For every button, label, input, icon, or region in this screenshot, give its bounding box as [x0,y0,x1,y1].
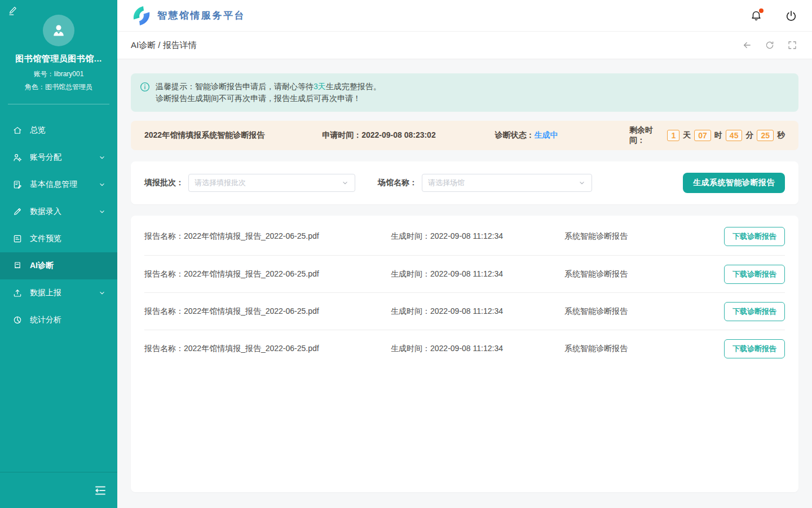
sidebar-item-data-entry[interactable]: 数据录入 [0,198,117,225]
report-time-label: 生成时间： [391,306,430,316]
sidebar-item-label: 文件预览 [30,234,61,244]
report-time: 生成时间：2022-09-08 11:12:34 [391,344,564,354]
chevron-down-icon [98,181,106,189]
content: 温馨提示：智能诊断报告申请后，请耐心等待3天生成完整报告。 诊断报告生成期间不可… [117,59,812,508]
unit-minute: 分 [745,130,753,141]
remaining-seconds: 25 [757,130,774,141]
sidebar-item-account-assignment[interactable]: 账号分配 [0,144,117,171]
breadcrumb-actions [742,40,797,50]
report-name: 报告名称：2022年馆情填报_报告_2022-06-25.pdf [144,344,391,354]
report-row: 报告名称：2022年馆情填报_报告_2022-06-25.pdf 生成时间：20… [144,330,785,367]
report-name-value: 2022年馆情填报_报告_2022-06-25.pdf [184,269,319,278]
report-name-label: 报告名称： [144,269,184,278]
report-time-value: 2022-09-08 11:12:34 [430,231,503,240]
remaining-hours: 07 [694,130,711,141]
batch-select[interactable]: 请选择填报批次 [188,174,355,192]
report-row: 报告名称：2022年馆情填报_报告_2022-06-25.pdf 生成时间：20… [144,218,785,255]
report-time-value: 2022-09-08 11:12:34 [430,344,503,353]
notice-banner: 温馨提示：智能诊断报告申请后，请耐心等待3天生成完整报告。 诊断报告生成期间不可… [131,73,798,112]
chevron-down-icon [98,208,106,216]
sidebar-item-label: 账号分配 [30,152,61,163]
brand: 智慧馆情服务平台 [131,6,245,26]
sidebar-item-label: 数据上报 [30,288,61,298]
sidebar-divider [8,104,109,104]
report-title: 2022年馆情填报系统智能诊断报告 [144,130,322,141]
chevron-down-icon [578,179,586,187]
sidebar-footer [0,472,117,508]
sidebar-item-ai-diagnosis[interactable]: AI诊断 [0,252,117,279]
remaining-days: 1 [667,130,679,141]
notice-line1-suffix: 生成完整报告。 [326,82,381,91]
report-time-label: 生成时间： [391,344,430,353]
pie-chart-icon [12,315,23,325]
breadcrumb: AI诊断 / 报告详情 [131,40,197,51]
download-report-button[interactable]: 下载诊断报告 [724,265,785,284]
report-type: 系统智能诊断报告 [564,269,724,279]
sidebar-item-overview[interactable]: 总览 [0,117,117,144]
batch-select-placeholder: 请选择填报批次 [195,178,246,188]
pencil-icon [12,207,23,217]
diagnosis-status-bar: 2022年馆情填报系统智能诊断报告 申请时间：2022-09-08 08:23:… [131,121,798,150]
sidebar-item-label: 数据录入 [30,207,61,217]
remaining-minutes: 45 [726,130,743,141]
fullscreen-icon[interactable] [787,40,797,50]
back-arrow-icon[interactable] [742,40,752,50]
sidebar-item-basic-info[interactable]: 基本信息管理 [0,171,117,198]
venue-label: 场馆名称： [378,178,417,188]
chevron-down-icon [98,289,106,297]
sidebar: 图书馆管理员图书馆... 账号：library001 角色：图书馆总管理员 总览… [0,0,117,508]
report-time-label: 生成时间： [391,231,430,240]
report-type: 系统智能诊断报告 [564,344,724,354]
filter-card: 填报批次： 请选择填报批次 场馆名称： 请选择场馆 生成系统智能诊断报告 [131,161,798,204]
power-icon[interactable] [785,10,797,22]
brand-logo-icon [131,6,152,26]
user-gear-icon [12,152,23,163]
download-report-button[interactable]: 下载诊断报告 [724,227,785,246]
venue-select[interactable]: 请选择场馆 [422,174,592,192]
sidebar-item-data-report[interactable]: 数据上报 [0,279,117,306]
collapse-sidebar-icon[interactable] [94,485,107,496]
sidebar-item-statistics[interactable]: 统计分析 [0,306,117,334]
chevron-down-icon [98,154,106,161]
generate-report-button[interactable]: 生成系统智能诊断报告 [683,173,785,193]
topbar-icons [750,10,797,22]
notification-badge [759,8,764,13]
file-icon [12,234,23,244]
user-account: 账号：library001 [0,69,117,79]
report-name-value: 2022年馆情填报_报告_2022-06-25.pdf [184,344,319,353]
report-type: 系统智能诊断报告 [564,231,724,242]
report-time-value: 2022-09-08 11:12:34 [430,306,503,316]
diagnosis-state-value: 生成中 [535,130,558,139]
info-circle-icon [140,82,150,104]
home-icon [12,125,23,135]
topbar: 智慧馆情服务平台 [117,0,812,32]
batch-label: 填报批次： [144,178,184,188]
venue-select-placeholder: 请选择场馆 [428,178,465,188]
edit-profile-icon[interactable] [8,6,18,16]
notice-line2: 诊断报告生成期间不可再次申请，报告生成后可再次申请！ [156,93,381,104]
report-time: 生成时间：2022-09-08 11:12:34 [391,269,564,279]
apply-time-label: 申请时间： [322,130,361,139]
report-list: 报告名称：2022年馆情填报_报告_2022-06-25.pdf 生成时间：20… [131,216,798,492]
diagnosis-state: 诊断状态：生成中 [495,130,630,141]
report-name-label: 报告名称： [144,306,184,316]
report-name-value: 2022年馆情填报_报告_2022-06-25.pdf [184,306,319,316]
refresh-icon[interactable] [765,40,775,50]
chevron-down-icon [341,179,349,187]
sidebar-item-file-preview[interactable]: 文件预览 [0,225,117,252]
report-type: 系统智能诊断报告 [564,306,724,317]
notification-bell-icon[interactable] [750,10,762,22]
report-name: 报告名称：2022年馆情填报_报告_2022-06-25.pdf [144,269,391,279]
main-area: 智慧馆情服务平台 AI诊断 / 报告详情 [117,0,812,508]
receipt-icon [12,261,23,271]
download-report-button[interactable]: 下载诊断报告 [724,339,785,358]
breadcrumb-bar: AI诊断 / 报告详情 [117,32,812,59]
sidebar-item-label: 基本信息管理 [30,179,77,190]
unit-hour: 时 [714,130,722,141]
user-role: 角色：图书馆总管理员 [0,82,117,92]
report-time: 生成时间：2022-09-08 11:12:34 [391,306,564,317]
report-name-label: 报告名称： [144,344,184,353]
report-name: 报告名称：2022年馆情填报_报告_2022-06-25.pdf [144,231,391,242]
report-name-label: 报告名称： [144,231,184,240]
download-report-button[interactable]: 下载诊断报告 [724,302,785,321]
